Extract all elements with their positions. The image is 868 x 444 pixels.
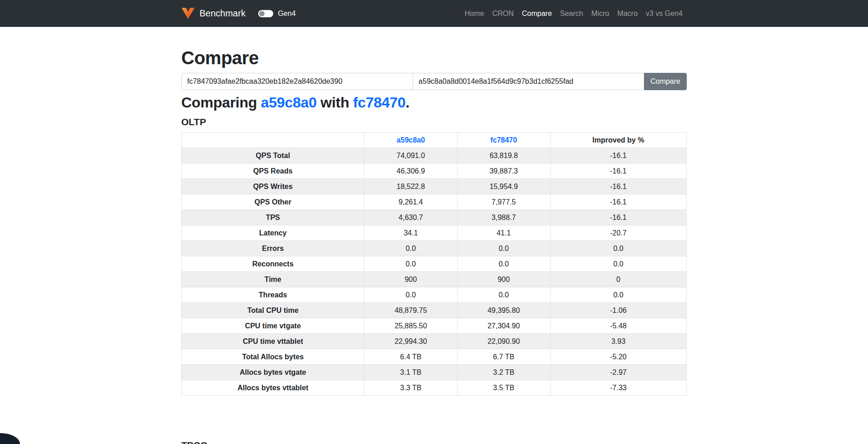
nav-link-macro[interactable]: Macro	[613, 6, 642, 21]
row-label: Time	[182, 272, 364, 287]
row-label: Total CPU time	[182, 303, 364, 318]
compare-form: Compare	[181, 73, 687, 90]
table-row: Reconnects0.00.00.0	[182, 256, 687, 272]
row-value-a: 6.4 TB	[364, 349, 457, 365]
table-row: Time9009000	[182, 272, 687, 287]
row-value-a: 3.1 TB	[364, 365, 457, 380]
row-value-b: 0.0	[457, 287, 550, 303]
row-label: Total Allocs bytes	[182, 349, 364, 365]
nav-link-v3-vs-gen4[interactable]: v3 vs Gen4	[642, 6, 687, 21]
row-value-b: 41.1	[457, 225, 550, 241]
table-row: Allocs bytes vttablet3.3 TB3.5 TB-7.33	[182, 380, 687, 396]
row-value-improved: -16.1	[550, 210, 686, 225]
row-value-improved: -5.20	[550, 349, 686, 365]
oltp-table-body: QPS Total74,091.063,819.8-16.1QPS Reads4…	[182, 148, 687, 396]
row-label: QPS Total	[182, 148, 364, 163]
row-value-b: 15,954.9	[457, 179, 550, 194]
row-value-b: 27,304.90	[457, 318, 550, 334]
row-label: Errors	[182, 241, 364, 256]
compare-button[interactable]: Compare	[644, 73, 687, 90]
header-empty	[182, 133, 364, 148]
row-value-b: 6.7 TB	[457, 349, 550, 365]
row-value-b: 7,977.5	[457, 194, 550, 210]
table-row: Latency34.141.1-20.7	[182, 225, 687, 241]
row-value-b: 63,819.8	[457, 148, 550, 163]
main-content: Compare Compare Comparing a59c8a0 with f…	[174, 48, 694, 444]
comparing-heading: Comparing a59c8a0 with fc78470.	[181, 94, 687, 111]
row-label: Reconnects	[182, 256, 364, 272]
nav-link-home[interactable]: Home	[460, 6, 488, 21]
comparing-middle: with	[317, 94, 353, 111]
row-value-b: 900	[457, 272, 550, 287]
row-value-improved: 0	[550, 272, 686, 287]
nav-link-compare[interactable]: Compare	[518, 6, 556, 21]
nav-link-micro[interactable]: Micro	[587, 6, 613, 21]
row-value-improved: -1.06	[550, 303, 686, 318]
row-label: Allocs bytes vtgate	[182, 365, 364, 380]
table-row: QPS Reads46,306.939,887.3-16.1	[182, 163, 687, 179]
right-sha-link[interactable]: fc78470	[353, 94, 405, 111]
row-value-b: 22,090.90	[457, 334, 550, 349]
row-value-a: 22,994.30	[364, 334, 457, 349]
row-value-b: 3.2 TB	[457, 365, 550, 380]
row-label: Threads	[182, 287, 364, 303]
row-value-a: 74,091.0	[364, 148, 457, 163]
row-value-a: 46,306.9	[364, 163, 457, 179]
row-value-a: 48,879.75	[364, 303, 457, 318]
left-sha-link[interactable]: a59c8a0	[261, 94, 317, 111]
row-value-b: 49,395.80	[457, 303, 550, 318]
row-label: CPU time vttablet	[182, 334, 364, 349]
comparing-suffix: .	[406, 94, 410, 111]
nav-link-search[interactable]: Search	[556, 6, 587, 21]
row-value-improved: -7.33	[550, 380, 686, 396]
row-value-b: 0.0	[457, 241, 550, 256]
nav-link-cron[interactable]: CRON	[488, 6, 518, 21]
row-value-improved: -2.97	[550, 365, 686, 380]
table-row: QPS Total74,091.063,819.8-16.1	[182, 148, 687, 163]
table-row: TPS4,630.73,988.7-16.1	[182, 210, 687, 225]
tpcc-section-title: TPCC	[181, 440, 687, 444]
row-label: TPS	[182, 210, 364, 225]
page-title: Compare	[181, 48, 687, 68]
row-value-b: 0.0	[457, 256, 550, 272]
row-value-improved: 0.0	[550, 287, 686, 303]
oltp-section-title: OLTP	[181, 117, 687, 128]
oltp-table: a59c8a0 fc78470 Improved by % QPS Total7…	[181, 132, 687, 396]
toggle-knob	[259, 11, 265, 16]
left-sha-input[interactable]	[181, 73, 413, 90]
table-row: Threads0.00.00.0	[182, 287, 687, 303]
brand-link[interactable]: Benchmark	[181, 7, 245, 20]
row-value-a: 18,522.8	[364, 179, 457, 194]
table-row: CPU time vtgate25,885.5027,304.90-5.48	[182, 318, 687, 334]
row-value-a: 0.0	[364, 241, 457, 256]
header-right-sha: fc78470	[457, 133, 550, 148]
header-right-sha-link[interactable]: fc78470	[490, 136, 517, 144]
row-value-a: 25,885.50	[364, 318, 457, 334]
nav-links: HomeCRONCompareSearchMicroMacrov3 vs Gen…	[460, 6, 687, 21]
header-left-sha-link[interactable]: a59c8a0	[397, 136, 425, 144]
row-value-improved: -16.1	[550, 179, 686, 194]
table-row: QPS Other9,261.47,977.5-16.1	[182, 194, 687, 210]
toggle-label: Gen4	[278, 10, 296, 18]
table-row: Total Allocs bytes6.4 TB6.7 TB-5.20	[182, 349, 687, 365]
row-value-b: 3,988.7	[457, 210, 550, 225]
row-value-b: 39,887.3	[457, 163, 550, 179]
row-value-b: 3.5 TB	[457, 380, 550, 396]
row-value-improved: 3.93	[550, 334, 686, 349]
row-label: Latency	[182, 225, 364, 241]
vitess-logo-icon	[181, 7, 195, 20]
footer-corner-shape	[0, 433, 20, 444]
table-row: CPU time vttablet22,994.3022,090.903.93	[182, 334, 687, 349]
row-label: QPS Reads	[182, 163, 364, 179]
gen4-toggle[interactable]	[258, 10, 273, 17]
row-label: QPS Writes	[182, 179, 364, 194]
row-value-improved: -20.7	[550, 225, 686, 241]
row-value-improved: -16.1	[550, 148, 686, 163]
right-sha-input[interactable]	[413, 73, 644, 90]
row-value-a: 4,630.7	[364, 210, 457, 225]
row-value-a: 0.0	[364, 256, 457, 272]
table-row: QPS Writes18,522.815,954.9-16.1	[182, 179, 687, 194]
row-value-improved: 0.0	[550, 256, 686, 272]
comparing-prefix: Comparing	[181, 94, 261, 111]
header-left-sha: a59c8a0	[364, 133, 457, 148]
